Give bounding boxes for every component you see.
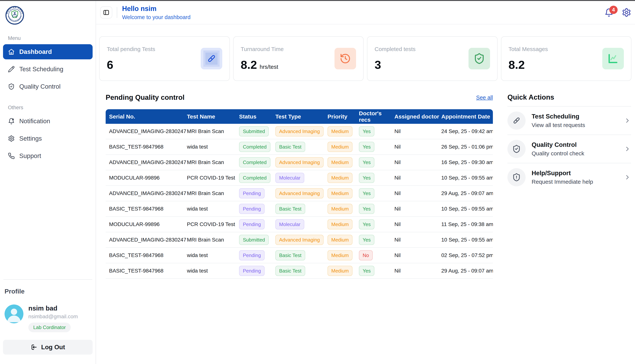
table-row[interactable]: BASIC_TEST-9847968 wida test Completed B… — [106, 139, 493, 155]
stat-label: Completed tests — [374, 46, 416, 52]
test-type-badge: Basic Test — [275, 142, 305, 152]
phone-icon — [8, 152, 15, 159]
main-panel: Total pending Tests 6 Turnaround Time — [96, 24, 635, 364]
cell-appointment-date: 10 Sep, 25 - 09:55 am — [441, 201, 493, 217]
quick-action-help-support[interactable]: Help/Support Request Immediate help — [508, 163, 631, 191]
test-type-badge: Basic Test — [275, 266, 305, 276]
quick-action-title: Quality Control — [532, 141, 584, 148]
quick-actions-title: Quick Actions — [508, 93, 631, 101]
priority-badge: Medium — [328, 204, 352, 214]
stat-card-total-messages: Total Messages 8.2 — [501, 36, 632, 81]
priority-badge: Medium — [328, 266, 352, 276]
cell-test-name: wida test — [187, 248, 239, 263]
status-badge: Submitted — [239, 235, 269, 245]
role-badge: Lab Cordinator — [28, 322, 71, 332]
sidebar-item-notification[interactable]: Notification — [3, 114, 92, 129]
table-row[interactable]: ADVANCED_IMAGING-2830247 MRI Brain Scan … — [106, 186, 493, 201]
person-icon — [4, 304, 24, 323]
cell-assigned-doctor: Nil — [394, 217, 441, 232]
stat-cards-row: Total pending Tests 6 Turnaround Time — [99, 36, 632, 81]
cell-assigned-doctor: Nil — [394, 170, 441, 186]
pending-tests-table: Serial No. Test Name Status Test Type Pr… — [106, 109, 493, 279]
table-row[interactable]: BASIC_TEST-9847968 wida test Pending Bas… — [106, 201, 493, 217]
cell-appointment-date: 10 Sep, 25 - 09:55 am — [441, 232, 493, 248]
table-row[interactable]: ADVANCED_IMAGING-2830247 MRI Brain Scan … — [106, 124, 493, 139]
test-type-badge: Basic Test — [275, 250, 305, 260]
shield-check-icon — [8, 83, 15, 90]
quick-action-subtitle: Quality control check — [532, 150, 584, 157]
logout-button[interactable]: Log Out — [3, 340, 92, 354]
doctors-recs-badge: Yes — [359, 235, 374, 245]
sidebar-toggle-button[interactable] — [100, 6, 112, 18]
table-title: Pending Quality control — [106, 94, 184, 102]
topbar: Hello nsim Welcome to your dashboard 4 — [96, 1, 635, 24]
status-badge: Completed — [239, 173, 270, 183]
quick-action-quality-control[interactable]: Quality Control Quality control check — [508, 134, 631, 163]
cell-test-name: wida test — [187, 263, 239, 279]
stat-card-completed-tests: Completed tests 3 — [367, 36, 498, 81]
cell-test-name: PCR COVID-19 Test — [187, 217, 239, 232]
doctors-recs-badge: Yes — [359, 188, 374, 198]
test-type-badge: Basic Test — [275, 204, 305, 214]
logout-icon — [30, 344, 38, 350]
shield-check-icon — [468, 48, 490, 69]
cell-test-name: wida test — [187, 139, 239, 155]
status-badge: Pending — [239, 219, 264, 230]
dashboard-body: Pending Quality control See all Serial N… — [106, 93, 632, 279]
column-header-serial: Serial No. — [106, 109, 187, 124]
doctors-recs-badge: Yes — [359, 142, 374, 152]
sidebar-item-quality-control[interactable]: Quality Control — [3, 79, 92, 94]
priority-badge: Medium — [328, 250, 352, 260]
cell-appointment-date: 10 Sep, 25 - 09:55 am — [441, 170, 493, 186]
cell-test-name: MRI Brain Scan — [187, 155, 239, 170]
gear-icon — [622, 8, 631, 17]
sidebar-item-test-scheduling[interactable]: Test Scheduling — [3, 62, 92, 77]
table-row[interactable]: MODUCULAR-99896 PCR COVID-19 Test Pendin… — [106, 217, 493, 232]
notifications-button[interactable]: 4 — [604, 8, 614, 17]
table-row[interactable]: ADVANCED_IMAGING-2830247 MRI Brain Scan … — [106, 232, 493, 248]
cell-assigned-doctor: Nil — [394, 263, 441, 279]
priority-badge: Medium — [328, 188, 352, 198]
status-badge: Submitted — [239, 126, 269, 136]
quick-action-test-scheduling[interactable]: Test Scheduling View all test requests — [508, 106, 631, 134]
column-header-doctors-recs: Doctor's recs — [359, 109, 394, 124]
stat-label: Turnaround Time — [241, 46, 284, 52]
stat-unit: hrs/test — [260, 64, 278, 70]
settings-button[interactable] — [622, 8, 631, 17]
others-section-label: Others — [8, 105, 92, 110]
stat-value: 8.2 — [508, 58, 525, 72]
cell-appointment-date: 16 Sep, 25 - 09:30 am — [441, 155, 493, 170]
pencil-icon — [8, 66, 15, 72]
sidebar-item-settings[interactable]: Settings — [3, 131, 92, 146]
panel-left-icon — [103, 9, 110, 16]
cell-assigned-doctor: Nil — [394, 232, 441, 248]
sidebar-item-label: Quality Control — [19, 83, 60, 90]
sidebar: NBIOTEK LABS RESEARCH & DIAGNOSTICS Menu… — [0, 1, 96, 364]
menu-section-label: Menu — [8, 35, 92, 41]
cell-test-name: MRI Brain Scan — [187, 232, 239, 248]
chevron-right-icon — [624, 117, 631, 124]
table-row[interactable]: ADVANCED_IMAGING-2830247 MRI Brain Scan … — [106, 155, 493, 170]
cell-assigned-doctor: Nil — [394, 201, 441, 217]
priority-badge: Medium — [328, 173, 352, 183]
greeting-block: Hello nsim Welcome to your dashboard — [122, 5, 190, 20]
table-row[interactable]: BASIC_TEST-9847968 wida test Pending Bas… — [106, 248, 493, 263]
chevron-right-icon — [624, 145, 631, 152]
sidebar-item-dashboard[interactable]: Dashboard — [3, 44, 92, 59]
cell-appointment-date: 11 Sep, 25 - 09:38 am — [441, 217, 493, 232]
sidebar-item-support[interactable]: Support — [3, 148, 92, 164]
see-all-link[interactable]: See all — [476, 94, 493, 101]
history-clock-icon — [334, 48, 356, 69]
topbar-actions: 4 — [604, 8, 631, 17]
priority-badge: Medium — [328, 142, 352, 152]
doctors-recs-badge: Yes — [359, 219, 374, 230]
test-type-badge: Advanced Imaging — [275, 126, 324, 136]
stat-label: Total pending Tests — [107, 46, 155, 52]
table-row[interactable]: MODUCULAR-99896 PCR COVID-19 Test Comple… — [106, 170, 493, 186]
line-chart-icon — [602, 48, 624, 69]
cell-appointment-date: 02 Sep, 25 - 07:52 pm — [441, 248, 493, 263]
table-row[interactable]: BASIC_TEST-9847968 wida test Pending Bas… — [106, 263, 493, 279]
cell-serial: ADVANCED_IMAGING-2830247 — [106, 124, 187, 139]
column-header-test-name: Test Name — [187, 109, 239, 124]
status-badge: Pending — [239, 266, 264, 276]
